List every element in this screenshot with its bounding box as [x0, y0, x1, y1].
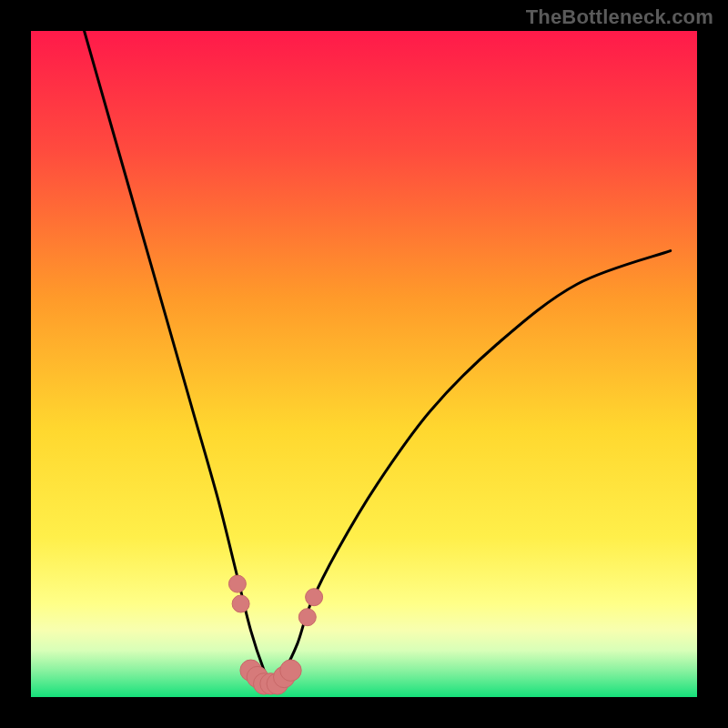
chart-svg	[0, 0, 728, 728]
curve-marker	[298, 609, 316, 626]
curve-marker	[306, 589, 323, 606]
curve-marker	[280, 660, 301, 681]
watermark-label: TheBottleneck.com	[526, 5, 713, 29]
curve-marker	[228, 575, 246, 592]
chart-frame: TheBottleneck.com	[0, 0, 728, 728]
curve-marker	[232, 595, 249, 612]
plot-background	[31, 31, 697, 697]
